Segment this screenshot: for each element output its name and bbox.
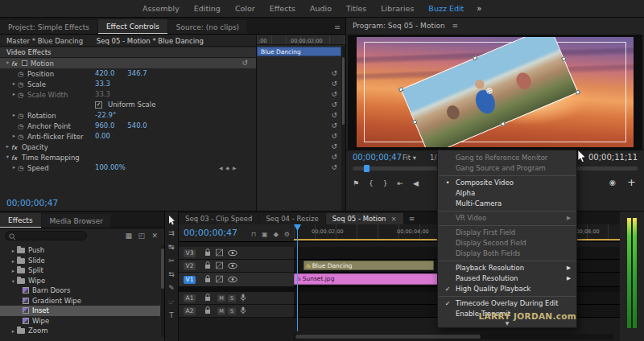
param-row-scale[interactable]: ▸◷Scale 33.3 ↺	[0, 79, 345, 89]
param-row-speed[interactable]: ▸◷Speed 100.00% ◀ ◆ ▶ ↺	[0, 162, 345, 173]
param-row-uniform-scale[interactable]: ✓ Uniform Scale ↺	[0, 100, 345, 110]
param-row-anti-flicker[interactable]: ▸◷Anti-flicker Filter 0.00 ↺	[0, 131, 345, 142]
workspace-tab-audio[interactable]: Audio	[303, 4, 339, 13]
workspace-tab-buzz-edit[interactable]: Buzz Edit	[421, 4, 471, 13]
reset-param-button[interactable]: ↺	[331, 79, 337, 89]
panel-menu-icon[interactable]: ≡	[452, 22, 459, 30]
selection-tool[interactable]	[168, 216, 175, 224]
tree-item-split[interactable]: ▸Split	[0, 265, 160, 276]
chevron-right-icon[interactable]: ▸	[10, 131, 18, 142]
mark-out-button[interactable]: }	[383, 179, 388, 187]
voiceover-mic-icon[interactable]	[240, 294, 246, 303]
mark-in-button[interactable]: {	[369, 179, 374, 187]
export-frame-button[interactable]: ◉	[609, 178, 616, 187]
workspace-tab-titles[interactable]: Titles	[339, 4, 374, 13]
tab-effects[interactable]: Effects	[0, 213, 41, 228]
chevron-down-icon[interactable]: ▾	[4, 58, 11, 68]
transform-handle[interactable]	[398, 87, 404, 92]
track-target-a2[interactable]: A2	[184, 307, 196, 315]
transform-handle[interactable]	[473, 55, 478, 61]
param-row-rotation[interactable]: ▸◷Rotation -22.9° ↺	[0, 110, 345, 121]
panel-menu-icon[interactable]: ≡	[409, 215, 415, 223]
program-current-timecode[interactable]: 00;00;00;47	[353, 153, 402, 162]
reset-param-button[interactable]: ↺	[331, 121, 337, 131]
effects-search-input[interactable]	[5, 231, 87, 240]
track-target-v3[interactable]: V3	[184, 249, 196, 257]
ec-mini-ruler[interactable]: ;00 00;00;02;00	[257, 35, 345, 45]
tree-item-wipe[interactable]: Wipe	[0, 316, 160, 327]
effect-row-opacity[interactable]: ▸fxOpacity ↺	[0, 142, 345, 152]
new-custom-bin-icon[interactable]: ▦	[125, 232, 132, 240]
track-output-eye-icon[interactable]	[228, 261, 237, 270]
effect-row-time-remapping[interactable]: ▾fxTime Remapping ↺	[0, 152, 345, 162]
program-panel-title[interactable]: Program: Seq 05 - Motion	[353, 22, 445, 30]
razor-tool[interactable]: ✂	[168, 257, 175, 265]
track-output-eye-icon[interactable]	[228, 249, 237, 257]
workspace-overflow-icon[interactable]: »	[471, 4, 487, 13]
close-icon[interactable]: ×	[391, 215, 397, 223]
reset-param-button[interactable]: ↺	[331, 100, 337, 110]
param-row-scale-width[interactable]: ▸◷Scale Width 33.3 ↺	[0, 89, 345, 100]
tab-source[interactable]: Source: (no clips)	[168, 20, 247, 34]
tree-item-push[interactable]: ▸Push	[0, 245, 160, 256]
timeline-scrollbar[interactable]	[294, 334, 613, 339]
step-back-button[interactable]: ◀	[413, 179, 419, 187]
anti-flicker-value[interactable]: 0.00	[95, 131, 110, 142]
timeline-tab-seq03[interactable]: Seq 03 - Clip Speed	[179, 213, 258, 224]
chevron-right-icon[interactable]: ▸	[10, 89, 18, 100]
snap-icon[interactable]: ⊓	[251, 231, 256, 238]
menu-item-alpha[interactable]: Alpha	[438, 188, 576, 199]
solo-button[interactable]: S	[228, 294, 236, 302]
transform-handle[interactable]	[412, 120, 418, 125]
track-output-eye-icon[interactable]	[228, 275, 237, 284]
tree-item-barn-doors[interactable]: Barn Doors	[0, 286, 160, 296]
workspace-tab-assembly[interactable]: Assembly	[135, 4, 187, 13]
playhead-line[interactable]	[297, 229, 298, 331]
effect-row-motion[interactable]: ▾fxMotion ↺	[0, 58, 256, 68]
audio-meters-panel[interactable]	[620, 211, 644, 341]
clip-blue-dancing[interactable]: fxBlue Dancing	[303, 261, 434, 270]
button-editor-button[interactable]: +	[627, 176, 636, 188]
menu-item-high-quality-playback[interactable]: ✓High Quality Playback	[438, 284, 576, 294]
tree-item-inset[interactable]: Inset	[0, 306, 160, 316]
reset-param-button[interactable]: ↺	[331, 131, 337, 142]
anchor-x-value[interactable]: 960.0	[95, 121, 114, 131]
reset-param-button[interactable]: ↺	[331, 162, 337, 173]
position-y-value[interactable]: 346.7	[127, 68, 147, 79]
zoom-level-dropdown[interactable]: Fit ▾	[402, 154, 416, 162]
chevron-down-icon[interactable]: ▾	[10, 277, 17, 287]
delete-icon[interactable]: ✕	[151, 232, 158, 240]
menu-item-paused-resolution[interactable]: Paused Resolution▶	[438, 273, 576, 284]
stopwatch-icon[interactable]: ◷	[18, 163, 27, 174]
tree-item-gradient-wipe[interactable]: Gradient Wipe	[0, 296, 160, 306]
tab-project[interactable]: Project: Simple Effects	[0, 20, 97, 34]
timeline-tab-seq05[interactable]: Seq 05 - Motion×	[326, 213, 403, 224]
tree-item-slide[interactable]: ▸Slide	[0, 256, 160, 266]
reset-param-button[interactable]: ↺	[331, 89, 337, 100]
rotation-value[interactable]: -22.9°	[95, 110, 116, 121]
new-folder-icon[interactable]: ◰	[138, 232, 145, 240]
chevron-right-icon[interactable]: ▸	[10, 266, 17, 277]
timeline-playhead-timecode[interactable]: 00;00;00;47	[184, 228, 237, 238]
scrubber-playhead[interactable]	[364, 165, 369, 172]
tree-item-wipe-folder[interactable]: ▾Wipe	[0, 276, 160, 286]
mute-button[interactable]: M	[217, 307, 225, 314]
chevron-right-icon[interactable]: ▸	[10, 327, 17, 337]
track-lock-icon[interactable]	[204, 249, 211, 258]
track-target-v2[interactable]: V2	[184, 262, 196, 270]
linked-selection-icon[interactable]: ▣	[262, 231, 268, 238]
add-marker-button[interactable]: ⚑	[353, 179, 359, 187]
add-marker-icon[interactable]: ◆	[274, 231, 279, 238]
sync-lock-icon[interactable]	[216, 249, 223, 257]
param-row-anchor-point[interactable]: ◷Anchor Point 960.0540.0 ↺	[0, 121, 345, 131]
chevron-right-icon[interactable]: ▸	[10, 246, 17, 257]
chevron-down-icon[interactable]: ▾	[4, 152, 11, 162]
pen-tool[interactable]: ✎	[168, 284, 175, 292]
reset-effect-button[interactable]: ↺	[331, 152, 337, 162]
timeline-tab-seq04[interactable]: Seq 04 - Resize	[259, 213, 324, 224]
sync-lock-icon[interactable]	[216, 275, 223, 284]
position-x-value[interactable]: 420.0	[95, 68, 114, 79]
ripple-edit-tool[interactable]: ↹	[168, 243, 175, 251]
track-lock-icon[interactable]	[204, 275, 211, 285]
chevron-right-icon[interactable]: ▸	[10, 79, 18, 89]
